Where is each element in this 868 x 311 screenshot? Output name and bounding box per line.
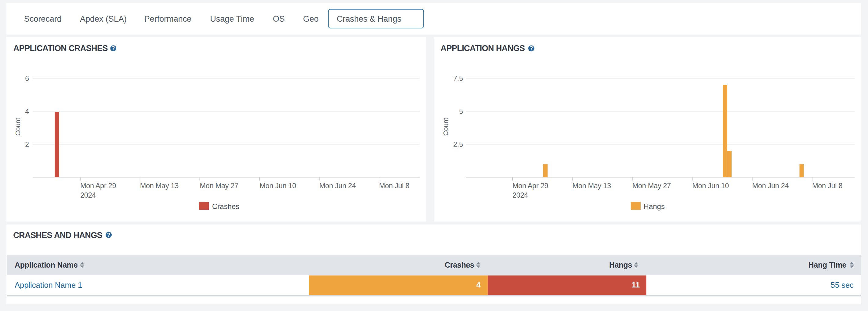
svg-text:APPLICATION HANGS: APPLICATION HANGS (441, 44, 525, 53)
svg-text:2.5: 2.5 (453, 141, 463, 148)
svg-text:2024: 2024 (513, 191, 528, 199)
svg-text:Application Name 1: Application Name 1 (14, 281, 82, 289)
svg-text:Mon Jul 8: Mon Jul 8 (379, 182, 409, 190)
svg-text:Mon Jun 10: Mon Jun 10 (259, 182, 296, 190)
svg-text:Mon Apr 29: Mon Apr 29 (513, 182, 548, 190)
svg-text:CRASHES AND HANGS: CRASHES AND HANGS (13, 231, 102, 240)
svg-text:?: ? (112, 45, 115, 51)
svg-text:55 sec: 55 sec (831, 281, 854, 289)
svg-text:Hangs: Hangs (609, 261, 632, 269)
svg-text:Scorecard: Scorecard (24, 15, 62, 24)
svg-text:?: ? (530, 45, 533, 51)
svg-text:OS: OS (273, 15, 285, 24)
svg-text:Mon Jun 24: Mon Jun 24 (752, 182, 789, 190)
svg-text:Mon Jun 24: Mon Jun 24 (319, 182, 356, 190)
svg-text:Crashes & Hangs: Crashes & Hangs (337, 15, 401, 24)
svg-text:Hangs: Hangs (644, 202, 665, 210)
svg-text:Mon Jul 8: Mon Jul 8 (812, 182, 842, 190)
svg-text:?: ? (107, 232, 111, 238)
svg-text:Mon May 27: Mon May 27 (200, 182, 238, 190)
svg-text:Mon Jun 10: Mon Jun 10 (692, 182, 729, 190)
svg-text:APPLICATION CRASHES: APPLICATION CRASHES (13, 44, 108, 53)
svg-text:Mon Apr 29: Mon Apr 29 (80, 182, 116, 190)
svg-text:Application Name: Application Name (14, 261, 78, 269)
svg-text:Mon May 13: Mon May 13 (140, 182, 179, 190)
svg-text:Crashes: Crashes (212, 202, 239, 210)
svg-text:Apdex (SLA): Apdex (SLA) (80, 15, 127, 24)
svg-text:Usage Time: Usage Time (210, 15, 254, 24)
svg-text:4: 4 (476, 280, 481, 289)
svg-text:2: 2 (25, 141, 29, 148)
svg-text:11: 11 (632, 280, 640, 289)
svg-text:Hang Time: Hang Time (808, 261, 847, 269)
svg-text:Crashes: Crashes (445, 261, 474, 269)
svg-text:4: 4 (25, 108, 29, 115)
svg-text:Geo: Geo (303, 15, 319, 24)
svg-text:Mon May 27: Mon May 27 (632, 182, 671, 190)
svg-text:Mon May 13: Mon May 13 (572, 182, 611, 190)
svg-text:2024: 2024 (80, 191, 96, 199)
svg-text:6: 6 (25, 75, 29, 83)
svg-text:Performance: Performance (144, 15, 192, 24)
svg-text:Count: Count (14, 118, 22, 136)
svg-text:Count: Count (442, 118, 450, 136)
svg-text:5: 5 (459, 108, 463, 115)
svg-text:7.5: 7.5 (453, 75, 463, 83)
